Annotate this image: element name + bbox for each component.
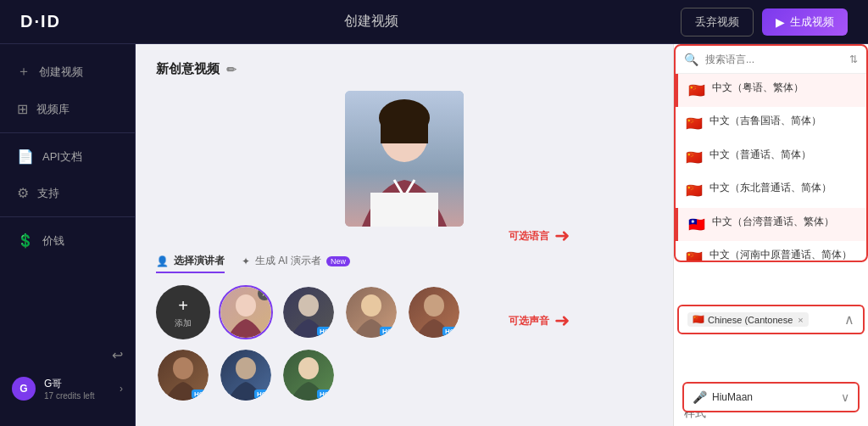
language-item-5[interactable]: 🇹🇼 中文（台湾普通话、繁体） [676, 208, 866, 241]
page-title: 创建视频 [344, 13, 398, 31]
flag-icon: 🇨🇳 [686, 115, 703, 133]
language-item-6[interactable]: 🇨🇳 中文（河南中原普通话、简体） [676, 241, 866, 261]
undo-icon[interactable]: ↩ [112, 347, 123, 363]
avatar-item[interactable]: HO [407, 285, 461, 339]
sidebar: ＋ 创建视频 ⊞ 视频库 📄 API文档 ⚙ 支持 💲 价钱 ↩ G [0, 44, 136, 426]
add-label: 添加 [175, 317, 192, 329]
sort-icon: ⇅ [849, 53, 858, 65]
user-name: G哥 [44, 377, 94, 391]
svg-rect-4 [370, 193, 438, 227]
avatar-item[interactable]: HO [156, 348, 210, 402]
svg-point-11 [298, 357, 319, 379]
remove-language-icon[interactable]: × [798, 315, 803, 325]
plus-icon: ＋ [17, 63, 31, 81]
svg-point-7 [361, 294, 381, 317]
avatar-list-row2: HO HO HO [156, 348, 653, 402]
language-name: 中文（河南中原普通话、简体） [709, 248, 852, 261]
presenter-image [345, 91, 464, 227]
main-layout: ＋ 创建视频 ⊞ 视频库 📄 API文档 ⚙ 支持 💲 价钱 ↩ G [0, 44, 868, 426]
language-item-3[interactable]: 🇨🇳 中文（普通话、简体） [676, 141, 866, 174]
svg-point-8 [424, 294, 444, 317]
ho-badge: HO [192, 390, 207, 399]
sidebar-item-create-video[interactable]: ＋ 创建视频 [0, 53, 135, 91]
avatar-item[interactable]: HO [281, 285, 336, 339]
language-name: 中文（粤语、繁体） [712, 81, 804, 95]
presenter-preview [345, 91, 464, 227]
avatar-remove-icon[interactable]: × [258, 287, 271, 300]
sidebar-item-label: 视频库 [36, 102, 70, 117]
avatar-item[interactable]: HO [219, 348, 273, 402]
sidebar-item-pricing[interactable]: 💲 价钱 [0, 222, 135, 259]
add-presenter-button[interactable]: + 添加 [156, 285, 210, 339]
sidebar-bottom: ↩ G G哥 17 credits left › [0, 339, 135, 418]
video-title-row: 新创意视频 ✏ [156, 61, 653, 77]
user-credits: 17 credits left [44, 391, 94, 401]
flag-icon: 🇨🇳 [686, 182, 703, 200]
language-name: 中文（吉鲁国语、简体） [709, 114, 821, 128]
ai-tab-icon: ✦ [242, 255, 250, 267]
language-item-4[interactable]: 🇨🇳 中文（东北普通话、简体） [676, 174, 866, 207]
edit-icon[interactable]: ✏ [226, 63, 236, 76]
avatar-item[interactable]: HO [281, 348, 336, 402]
avatar-list: + 添加 × HO HO [156, 285, 653, 339]
generate-button-label: 生成视频 [790, 14, 834, 30]
doc-icon: 📄 [17, 149, 34, 165]
language-dropdown[interactable]: 🔍 ⇅ 🇨🇳 中文（粤语、繁体） 🇨🇳 中文（吉鲁国语、简体） 🇨🇳 中文（普通… [674, 44, 868, 262]
tab-ai-label: 生成 AI 演示者 [255, 254, 321, 268]
tab-select-presenter[interactable]: 👤 选择演讲者 [156, 254, 225, 273]
language-chevron-up-icon[interactable]: ∧ [844, 311, 854, 328]
sidebar-item-label: 创建视频 [39, 64, 83, 80]
language-item-2[interactable]: 🇨🇳 中文（吉鲁国语、简体） [676, 107, 866, 140]
presenter-tab-icon: 👤 [156, 255, 169, 267]
chevron-right-icon: › [120, 383, 123, 395]
ho-badge: HO [380, 327, 395, 336]
content-area: 新创意视频 ✏ [136, 44, 673, 426]
selected-flag-icon: 🇨🇳 [693, 314, 704, 325]
ho-badge: HO [317, 327, 332, 336]
header-actions: 丢弃视频 ▶ 生成视频 [681, 8, 848, 36]
selected-language-tag: 🇨🇳 Chinese (Cantonese × [687, 312, 809, 327]
tab-generate-ai[interactable]: ✦ 生成 AI 演示者 New [242, 254, 350, 273]
ho-badge: HO [254, 390, 270, 399]
ho-badge: HO [442, 327, 458, 336]
voice-icon: 🎤 [693, 390, 707, 404]
avatar-item[interactable]: × [219, 285, 273, 339]
new-badge: New [326, 256, 350, 266]
sidebar-item-video-library[interactable]: ⊞ 视频库 [0, 91, 135, 127]
language-item-1[interactable]: 🇨🇳 中文（粤语、繁体） [676, 74, 866, 107]
sidebar-item-label: 价钱 [42, 233, 64, 249]
sidebar-item-label: 支持 [37, 186, 59, 201]
svg-rect-3 [381, 118, 428, 143]
app-header: D·ID 创建视频 丢弃视频 ▶ 生成视频 [0, 0, 868, 44]
sidebar-divider [0, 132, 135, 133]
presenter-tabs: 👤 选择演讲者 ✦ 生成 AI 演示者 New [156, 254, 653, 273]
flag-icon: 🇨🇳 [686, 149, 703, 167]
ho-badge: HO [317, 390, 332, 399]
grid-icon: ⊞ [17, 101, 28, 117]
avatar-item[interactable]: HO [344, 285, 398, 339]
lang-search-row: 🔍 ⇅ [676, 46, 866, 74]
language-search-input[interactable] [705, 53, 843, 65]
app-logo: D·ID [20, 12, 61, 31]
voice-selector[interactable]: 🎤 HiuMaan ∨ [682, 382, 860, 412]
language-list: 🇨🇳 中文（粤语、繁体） 🇨🇳 中文（吉鲁国语、简体） 🇨🇳 中文（普通话、简体… [676, 74, 866, 261]
user-info: G哥 17 credits left [44, 377, 94, 401]
sidebar-item-label: API文档 [42, 149, 82, 165]
gear-icon: ⚙ [17, 185, 29, 201]
sidebar-item-support[interactable]: ⚙ 支持 [0, 175, 135, 211]
svg-point-10 [236, 357, 256, 379]
language-name: 中文（普通话、简体） [709, 148, 811, 162]
selected-language-text: Chinese (Cantonese [708, 315, 793, 325]
flag-icon: 🇹🇼 [688, 216, 705, 234]
user-profile[interactable]: G G哥 17 credits left › [0, 368, 135, 409]
discard-button[interactable]: 丢弃视频 [681, 8, 754, 36]
voice-name-text: HiuMaan [712, 391, 753, 403]
search-icon: 🔍 [684, 53, 698, 66]
flag-icon: 🇨🇳 [686, 249, 703, 261]
right-panel: 场景 声音样式 🔍 ⇅ 🇨🇳 中文（粤语、繁体） 🇨🇳 中文（吉鲁国语、简 [673, 44, 868, 426]
sidebar-divider-2 [0, 216, 135, 217]
generate-button[interactable]: ▶ 生成视频 [762, 8, 848, 36]
svg-point-6 [298, 294, 319, 317]
flag-icon: 🇨🇳 [688, 81, 705, 100]
sidebar-item-api-docs[interactable]: 📄 API文档 [0, 138, 135, 175]
